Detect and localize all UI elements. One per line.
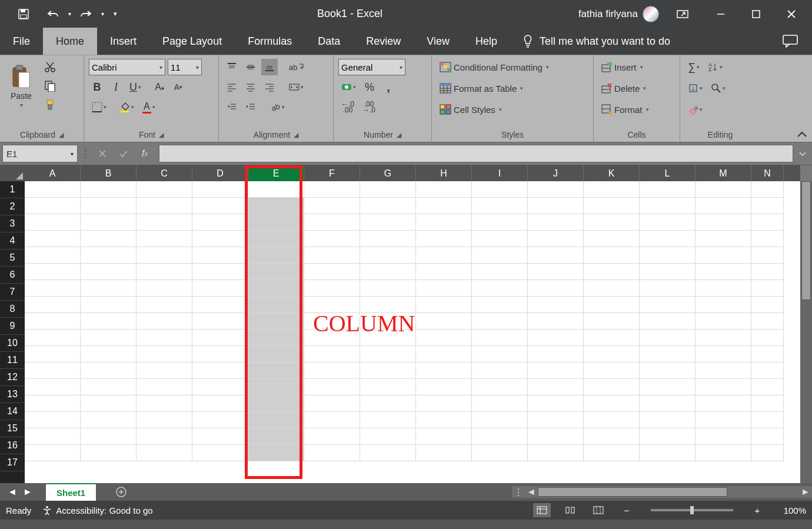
cell[interactable] <box>472 428 528 445</box>
orientation-icon[interactable]: ab▾ <box>267 99 288 115</box>
cell[interactable] <box>360 264 416 280</box>
cell[interactable] <box>137 313 192 330</box>
cell[interactable] <box>81 346 137 362</box>
cell[interactable] <box>472 264 528 280</box>
cell[interactable] <box>584 214 640 231</box>
cell[interactable] <box>137 330 192 346</box>
cell[interactable] <box>528 247 584 264</box>
bold-button[interactable]: B <box>89 79 105 95</box>
cell[interactable] <box>528 379 584 395</box>
cell[interactable] <box>81 247 137 264</box>
cell[interactable] <box>751 395 784 412</box>
cell[interactable] <box>472 297 528 313</box>
cell[interactable] <box>81 313 137 330</box>
fill-color-icon[interactable]: ▾ <box>117 99 137 115</box>
cell[interactable] <box>472 445 528 461</box>
align-middle-icon[interactable] <box>242 59 259 75</box>
hscroll-right-icon[interactable]: ► <box>799 487 812 497</box>
cell[interactable] <box>248 247 304 264</box>
hscroll-left-icon[interactable]: ◄ <box>525 487 538 497</box>
accounting-format-icon[interactable]: ▾ <box>338 79 359 95</box>
cell[interactable] <box>25 445 81 461</box>
cell[interactable] <box>416 280 472 297</box>
cell[interactable] <box>751 330 784 346</box>
cell[interactable] <box>25 247 81 264</box>
cell[interactable] <box>304 379 360 395</box>
cell[interactable] <box>695 395 751 412</box>
zoom-slider[interactable] <box>651 509 733 511</box>
cell[interactable] <box>695 297 751 313</box>
cell[interactable] <box>360 280 416 297</box>
cell[interactable] <box>528 280 584 297</box>
column-header-A[interactable]: A <box>25 165 81 181</box>
sort-filter-icon[interactable]: AZ▾ <box>705 59 726 75</box>
cell[interactable] <box>137 412 192 428</box>
cell[interactable] <box>584 264 640 280</box>
cell[interactable] <box>137 379 192 395</box>
cell[interactable] <box>137 445 192 461</box>
cell[interactable] <box>192 395 248 412</box>
cell[interactable] <box>192 428 248 445</box>
align-center-icon[interactable] <box>242 79 259 95</box>
collapse-ribbon-icon[interactable] <box>797 131 807 138</box>
tab-review[interactable]: Review <box>353 28 414 55</box>
format-painter-icon[interactable] <box>41 97 59 113</box>
cell[interactable] <box>584 297 640 313</box>
zoom-out-icon[interactable]: − <box>618 503 635 517</box>
cell[interactable] <box>472 379 528 395</box>
cell[interactable] <box>360 198 416 214</box>
font-name-combo[interactable]: Calibri▾ <box>89 59 165 75</box>
cell[interactable] <box>192 412 248 428</box>
cell[interactable] <box>304 412 360 428</box>
qat-customize-icon[interactable]: ▾ <box>109 5 121 24</box>
cell[interactable] <box>81 445 137 461</box>
cell[interactable] <box>751 181 784 198</box>
cell[interactable] <box>640 412 695 428</box>
cell[interactable] <box>192 181 248 198</box>
cell[interactable] <box>81 412 137 428</box>
cell[interactable] <box>640 181 695 198</box>
cell[interactable] <box>81 214 137 231</box>
increase-font-icon[interactable]: A▴ <box>151 79 168 95</box>
cell[interactable] <box>304 181 360 198</box>
cell[interactable] <box>528 346 584 362</box>
column-header-E[interactable]: E <box>248 165 304 181</box>
cell[interactable] <box>192 313 248 330</box>
sheet-nav-prev-icon[interactable]: ◄ <box>5 484 20 500</box>
cell[interactable] <box>248 198 304 214</box>
cell[interactable] <box>25 412 81 428</box>
cell[interactable] <box>248 214 304 231</box>
align-left-icon[interactable] <box>224 79 240 95</box>
zoom-in-icon[interactable]: + <box>748 503 766 517</box>
cell[interactable] <box>584 198 640 214</box>
cell[interactable] <box>137 231 192 247</box>
cell[interactable] <box>472 214 528 231</box>
increase-decimal-icon[interactable]: ←.0.00 <box>338 99 357 115</box>
cell[interactable] <box>25 264 81 280</box>
undo-icon[interactable] <box>44 5 62 24</box>
cell[interactable] <box>416 313 472 330</box>
cell[interactable] <box>81 395 137 412</box>
cell[interactable] <box>416 264 472 280</box>
cell[interactable] <box>584 362 640 379</box>
cell[interactable] <box>416 330 472 346</box>
vertical-scroll-thumb[interactable] <box>801 181 811 300</box>
cell[interactable] <box>751 264 784 280</box>
cell[interactable] <box>25 198 81 214</box>
cell[interactable] <box>640 214 695 231</box>
cell[interactable] <box>360 362 416 379</box>
zoom-level[interactable]: 100% <box>777 505 806 515</box>
cell[interactable] <box>360 330 416 346</box>
cell[interactable] <box>695 280 751 297</box>
cell[interactable] <box>304 231 360 247</box>
row-header-16[interactable]: 16 <box>0 437 25 454</box>
sheet-nav-next-icon[interactable]: ► <box>20 484 35 500</box>
normal-view-icon[interactable] <box>533 503 551 517</box>
cell[interactable] <box>137 346 192 362</box>
clear-icon[interactable]: ▾ <box>685 101 705 118</box>
row-header-11[interactable]: 11 <box>0 352 25 369</box>
tab-home[interactable]: Home <box>43 28 97 55</box>
cell[interactable] <box>304 445 360 461</box>
cell[interactable] <box>751 297 784 313</box>
underline-button[interactable]: U▾ <box>127 79 144 95</box>
